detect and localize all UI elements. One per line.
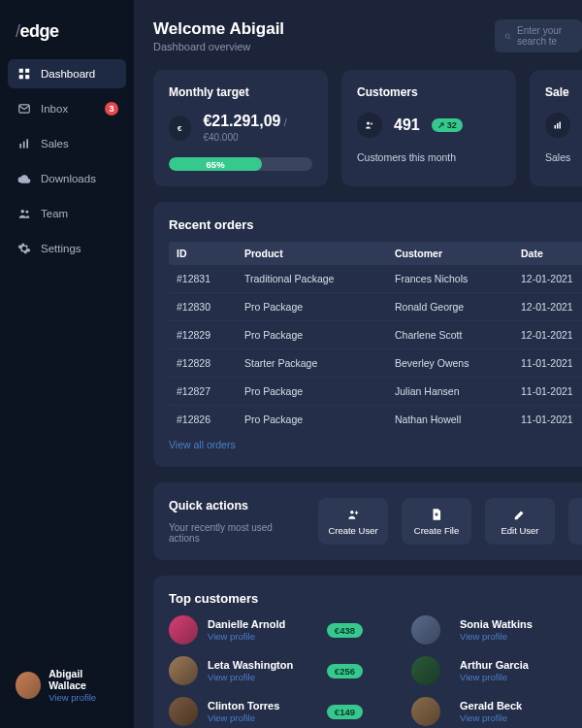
- euro-icon: €: [169, 116, 191, 141]
- main: Welcome Abigail Dashboard overview Enter…: [134, 0, 582, 728]
- customer-row: Clinton Torres View profile €149: [169, 697, 363, 726]
- cell-product: Pro Package: [244, 301, 395, 313]
- chart-icon: [545, 113, 570, 138]
- nav-label: Sales: [41, 138, 69, 149]
- avatar: [16, 672, 41, 699]
- cell-date: 11-01-2021: [521, 414, 582, 425]
- amount-badge: €256: [327, 664, 363, 678]
- customer-name: Arthur Garcia: [460, 659, 529, 672]
- view-profile-link[interactable]: View profile: [460, 672, 529, 682]
- th-id: ID: [177, 248, 244, 259]
- dashboard-icon: [17, 67, 31, 81]
- customer-row: Danielle Arnold View profile €438: [169, 615, 363, 645]
- view-profile-link[interactable]: View profile: [460, 631, 533, 642]
- customer-name: Danielle Arnold: [208, 618, 285, 631]
- cell-id: #12829: [177, 329, 244, 341]
- qa-edit-user[interactable]: Edit User: [485, 498, 555, 545]
- cell-customer: Julian Hansen: [395, 385, 521, 397]
- avatar: [169, 697, 198, 726]
- svg-point-13: [371, 123, 372, 125]
- svg-point-9: [25, 211, 28, 214]
- target-value: €21.291,09: [203, 113, 280, 129]
- svg-point-10: [505, 34, 509, 38]
- table-row[interactable]: #12831Traditional PackageFrances Nichols…: [169, 265, 582, 293]
- card-title: Sale: [545, 85, 582, 99]
- table-row[interactable]: #12826Pro PackageNathan Howell11-01-2021: [169, 406, 582, 433]
- profile[interactable]: Abigail Wallace View profile: [0, 660, 134, 711]
- svg-rect-6: [23, 142, 25, 149]
- sidebar-item-dashboard[interactable]: Dashboard: [8, 59, 126, 88]
- customer-name: Clinton Torres: [208, 700, 279, 712]
- table-row[interactable]: #12830Pro PackageRonald George12-01-2021: [169, 293, 582, 321]
- profile-link[interactable]: View profile: [48, 692, 118, 703]
- svg-rect-15: [557, 123, 559, 129]
- cell-product: Pro Package: [244, 329, 395, 341]
- svg-point-8: [21, 210, 25, 214]
- card-title: Monthly target: [169, 85, 312, 99]
- sales-icon: [17, 137, 31, 150]
- cell-product: Pro Package: [244, 385, 395, 397]
- card-monthly-target: Monthly target € €21.291,09 / €40.000 65…: [153, 70, 328, 186]
- panel-title: Recent orders: [169, 217, 582, 232]
- qa-subtitle: Your recently most used actions: [169, 522, 305, 544]
- th-customer: Customer: [395, 248, 521, 259]
- cell-id: #12827: [177, 385, 244, 397]
- svg-point-17: [350, 510, 354, 513]
- sidebar-item-downloads[interactable]: Downloads: [8, 164, 126, 193]
- stat-cards: Monthly target € €21.291,09 / €40.000 65…: [153, 70, 582, 186]
- table-row[interactable]: #12828Starter PackageBeverley Owens11-01…: [169, 349, 582, 378]
- edit-icon: [513, 508, 527, 521]
- qa-view-stats[interactable]: View Sta: [568, 498, 582, 545]
- customer-row: Sonia Watkins View profile: [411, 615, 533, 645]
- sidebar-item-team[interactable]: Team: [8, 199, 126, 228]
- qa-label: Create User: [328, 525, 377, 536]
- header: Welcome Abigail Dashboard overview Enter…: [153, 19, 582, 52]
- avatar: [169, 656, 198, 685]
- view-profile-link[interactable]: View profile: [208, 631, 285, 642]
- progress-bar: 65%: [169, 157, 312, 171]
- quick-actions-panel: Quick actions Your recently most used ac…: [153, 482, 582, 560]
- avatar: [411, 615, 440, 645]
- sidebar-item-settings[interactable]: Settings: [8, 234, 126, 263]
- amount-badge: €438: [327, 623, 363, 638]
- cell-date: 12-01-2021: [521, 273, 582, 284]
- nav-label: Settings: [41, 243, 81, 254]
- customer-name: Sonia Watkins: [460, 618, 533, 631]
- svg-rect-14: [555, 125, 557, 129]
- card-caption: Customers this month: [357, 151, 501, 163]
- page-subtitle: Dashboard overview: [153, 41, 284, 52]
- qa-create-file[interactable]: Create File: [402, 498, 471, 545]
- table-row[interactable]: #12827Pro PackageJulian Hansen11-01-2021: [169, 378, 582, 406]
- view-profile-link[interactable]: View profile: [208, 712, 279, 723]
- nav-label: Downloads: [41, 173, 96, 184]
- users-icon: [357, 113, 382, 138]
- cell-customer: Frances Nichols: [395, 273, 521, 284]
- avatar: [411, 656, 440, 685]
- sidebar-item-sales[interactable]: Sales: [8, 129, 126, 158]
- cell-product: Starter Package: [244, 357, 395, 369]
- page-title: Welcome Abigail: [153, 19, 284, 39]
- add-user-icon: [346, 508, 360, 521]
- sidebar-item-inbox[interactable]: Inbox 3: [8, 94, 126, 123]
- inbox-icon: [17, 102, 31, 116]
- qa-label: Create File: [414, 525, 459, 536]
- panel-title: Top customers: [169, 591, 582, 606]
- svg-rect-2: [19, 75, 23, 79]
- svg-rect-3: [25, 75, 29, 79]
- qa-create-user[interactable]: Create User: [318, 498, 388, 545]
- svg-rect-1: [25, 69, 29, 73]
- cell-date: 12-01-2021: [521, 329, 582, 341]
- view-all-orders-link[interactable]: View all orders: [169, 439, 236, 450]
- view-profile-link[interactable]: View profile: [460, 712, 522, 723]
- table-row[interactable]: #12829Pro PackageCharlene Scott12-01-202…: [169, 321, 582, 349]
- search-input[interactable]: Enter your search te: [495, 19, 582, 52]
- orders-table: ID Product Customer Date #12831Tradition…: [169, 242, 582, 433]
- profile-name: Abigail Wallace: [48, 668, 118, 692]
- inbox-badge: 3: [105, 102, 118, 116]
- svg-rect-5: [19, 144, 21, 149]
- nav-label: Inbox: [41, 103, 68, 115]
- th-product: Product: [244, 248, 395, 259]
- view-profile-link[interactable]: View profile: [208, 672, 293, 682]
- cell-date: 12-01-2021: [521, 301, 582, 313]
- cell-customer: Ronald George: [395, 301, 521, 313]
